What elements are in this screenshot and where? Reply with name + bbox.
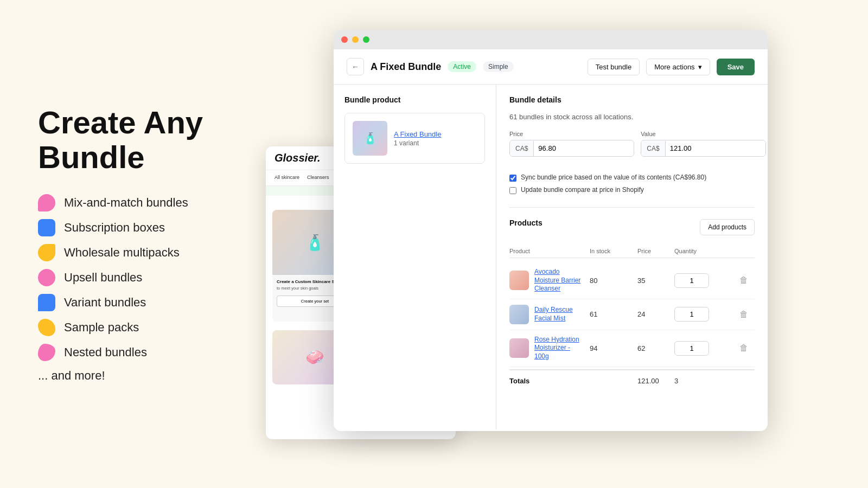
titlebar-dot-yellow[interactable] — [352, 36, 359, 43]
badge-active: Active — [448, 61, 476, 72]
table-row-1: Daily Rescue Facial Mist 61 24 🗑 — [509, 299, 755, 330]
product-delete-0[interactable]: 🗑 — [733, 273, 755, 287]
price-label: Price — [509, 131, 634, 137]
value-label: Value — [641, 131, 765, 137]
back-button[interactable]: ← — [347, 58, 364, 75]
checkbox-row-2: Update bundle compare at price in Shopif… — [509, 186, 755, 194]
totals-qty: 3 — [674, 377, 729, 385]
product-link-2[interactable]: Rose Hydration Moisturizer - 100g — [534, 336, 585, 361]
bundle-product-card: 🧴 A Fixed Bundle 1 variant — [344, 113, 485, 164]
feature-icon-subscription — [38, 219, 55, 236]
stock-info: 61 bundles in stock across all locations… — [509, 113, 755, 121]
feature-item-sample: Sample packs — [38, 319, 250, 336]
store-cat-cleansers[interactable]: Cleansers — [307, 175, 329, 181]
more-actions-button[interactable]: More actions ▾ — [646, 59, 710, 75]
value-input[interactable] — [666, 140, 765, 156]
feature-icon-upsell — [38, 269, 55, 286]
price-prefix: CA$ — [510, 141, 534, 156]
app-titlebar — [334, 30, 768, 49]
sync-price-checkbox[interactable] — [509, 175, 516, 182]
feature-item-nested: Nested bundles — [38, 344, 250, 361]
app-mockup: ← A Fixed Bundle Active Simple Test bund… — [334, 30, 768, 431]
feature-label-sample: Sample packs — [64, 320, 139, 335]
table-row-2: Rose Hydration Moisturizer - 100g 94 62 … — [509, 330, 755, 367]
feature-icon-nested — [38, 344, 55, 361]
product-link-1[interactable]: Daily Rescue Facial Mist — [534, 306, 585, 323]
feature-icon-sample — [38, 319, 55, 336]
table-header: Product In stock Price Quantity — [509, 245, 755, 258]
product-qty-2[interactable] — [674, 341, 709, 356]
divider — [509, 207, 755, 208]
test-bundle-button[interactable]: Test bundle — [588, 59, 640, 75]
add-products-button[interactable]: Add products — [700, 219, 755, 235]
store-logo: Glossier. — [275, 152, 321, 164]
totals-label: Totals — [509, 377, 585, 385]
more-actions-label: More actions — [654, 63, 694, 71]
col-product: Product — [509, 248, 585, 254]
product-delete-1[interactable]: 🗑 — [733, 307, 755, 322]
bundle-product-title: Bundle product — [344, 95, 485, 104]
feature-label-upsell: Upsell bundles — [64, 271, 142, 285]
price-field: Price CA$ — [509, 131, 634, 166]
feature-label-subscription: Subscription boxes — [64, 221, 165, 235]
feature-label-nested: Nested bundles — [64, 345, 147, 359]
feature-icon-wholesale — [38, 244, 55, 261]
col-qty: Quantity — [674, 248, 729, 254]
feature-item-subscription: Subscription boxes — [38, 219, 250, 236]
product-qty-cell-2 — [674, 341, 729, 356]
totals-row: Totals 121.00 3 — [509, 369, 755, 391]
app-left-col: Bundle product 🧴 A Fixed Bundle 1 varian… — [334, 85, 496, 429]
product-rows: Avocado Moisture Barrier Cleanser 80 35 … — [509, 262, 755, 367]
product-price-2: 62 — [637, 344, 670, 352]
feature-item-mix-match: Mix-and-match bundles — [38, 194, 250, 211]
store-cat-all[interactable]: All skincare — [275, 175, 299, 181]
feature-item-wholesale: Wholesale multipacks — [38, 244, 250, 261]
products-header: Products Add products — [509, 219, 755, 236]
feature-list: Mix-and-match bundlesSubscription boxesW… — [38, 194, 250, 361]
sync-price-label: Sync bundle price based on the value of … — [521, 174, 706, 181]
bundle-title: A Fixed Bundle — [371, 61, 441, 73]
bundle-product-info: A Fixed Bundle 1 variant — [394, 130, 477, 147]
product-link-0[interactable]: Avocado Moisture Barrier Cleanser — [534, 268, 585, 293]
titlebar-dot-green[interactable] — [363, 36, 369, 43]
save-button[interactable]: Save — [717, 59, 755, 75]
product-qty-0[interactable] — [674, 273, 709, 288]
totals-price: 121.00 — [637, 377, 670, 385]
product-instock-2: 94 — [590, 344, 633, 352]
feature-icon-mix-match — [38, 194, 55, 211]
product-delete-2[interactable]: 🗑 — [733, 341, 755, 355]
bundle-details-section: Bundle details 61 bundles in stock acros… — [509, 95, 755, 194]
right-panel: Glossier. MENU SEARCH BAG (0) All skinca… — [282, 0, 868, 488]
price-input-wrap: CA$ — [509, 140, 634, 157]
product-thumb-0 — [509, 271, 529, 290]
bundle-product-variant: 1 variant — [394, 139, 477, 147]
product-cell-1: Daily Rescue Facial Mist — [509, 305, 585, 324]
product-instock-0: 80 — [590, 277, 633, 285]
bundle-product-thumb: 🧴 — [353, 121, 387, 156]
bundle-product-link[interactable]: A Fixed Bundle — [394, 130, 477, 138]
feature-icon-variant — [38, 294, 55, 311]
product-price-1: 24 — [637, 310, 670, 318]
product-cell-2: Rose Hydration Moisturizer - 100g — [509, 336, 585, 361]
price-input[interactable] — [534, 140, 634, 156]
price-row: Price CA$ Value CA$ — [509, 131, 755, 166]
feature-item-variant: Variant bundles — [38, 294, 250, 311]
bundle-details-title: Bundle details — [509, 95, 755, 104]
value-input-wrap: CA$ — [641, 140, 765, 157]
table-row-0: Avocado Moisture Barrier Cleanser 80 35 … — [509, 262, 755, 299]
compare-price-label: Update bundle compare at price in Shopif… — [521, 186, 644, 194]
product-thumb-1 — [509, 305, 529, 324]
product-qty-cell-0 — [674, 273, 729, 288]
product-instock-1: 61 — [590, 310, 633, 318]
product-thumb-2 — [509, 338, 529, 358]
compare-price-checkbox[interactable] — [509, 187, 516, 194]
feature-label-wholesale: Wholesale multipacks — [64, 246, 180, 260]
titlebar-dot-red[interactable] — [341, 36, 348, 43]
checkbox-row-1: Sync bundle price based on the value of … — [509, 174, 755, 182]
main-title: Create Any Bundle — [38, 105, 250, 175]
product-qty-1[interactable] — [674, 307, 709, 322]
app-body: Bundle product 🧴 A Fixed Bundle 1 varian… — [334, 85, 768, 429]
products-table: Product In stock Price Quantity Avocado … — [509, 245, 755, 391]
col-instock: In stock — [590, 248, 633, 254]
col-actions — [733, 248, 755, 254]
